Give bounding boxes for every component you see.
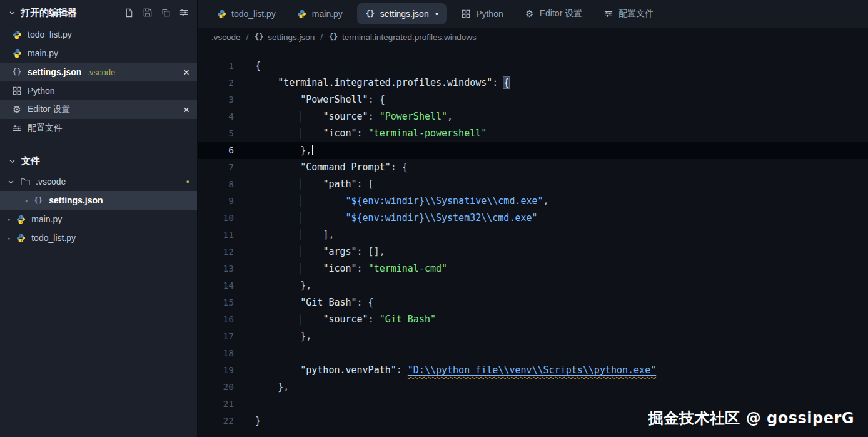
line-number: 1: [198, 58, 234, 75]
code-text: "PowerShell": {: [234, 91, 385, 108]
code-line[interactable]: 20 },: [198, 379, 868, 396]
code-line[interactable]: 1{: [198, 58, 868, 75]
line-number: 14: [198, 277, 234, 294]
open-editor-item[interactable]: Python: [0, 81, 197, 100]
code-line[interactable]: 18: [198, 345, 868, 362]
code-text: "${env:windir}\\Sysnative\\cmd.exe",: [234, 193, 549, 210]
close-all-button[interactable]: [161, 8, 170, 18]
close-editor-button[interactable]: ×: [183, 105, 189, 115]
breadcrumb-item[interactable]: {}settings.json: [254, 33, 315, 42]
code-line[interactable]: 16 "source": "Git Bash": [198, 311, 868, 328]
tab--[interactable]: 配置文件: [593, 0, 664, 28]
code-line[interactable]: 15 "Git Bash": {: [198, 294, 868, 311]
open-editor-label: Editor 设置: [28, 104, 70, 115]
code-text: "python.venvPath": "D:\\python_file\\ven…: [234, 362, 656, 379]
sliders-icon: [603, 9, 613, 18]
code-line[interactable]: 12 "args": [],: [198, 244, 868, 260]
code-text: [234, 396, 255, 413]
close-editor-button[interactable]: ×: [183, 67, 189, 78]
breadcrumb-item[interactable]: {}terminal.integrated.profiles.windows: [328, 33, 477, 42]
braces-icon: {}: [33, 196, 43, 205]
open-editor-item[interactable]: ⚙Editor 设置×: [0, 100, 197, 119]
gear-icon: ⚙: [12, 105, 22, 115]
code-line[interactable]: 13 "icon": "terminal-cmd": [198, 260, 868, 277]
python-icon: [12, 49, 22, 58]
line-number: 10: [198, 210, 234, 227]
python-icon: [16, 215, 26, 224]
open-editor-item[interactable]: todo_list.py: [0, 25, 197, 44]
code-line[interactable]: 7 "Command Prompt": {: [198, 159, 868, 176]
code-line[interactable]: 6 },: [198, 142, 868, 159]
sliders-icon: [12, 124, 22, 133]
code-line[interactable]: 3 "PowerShell": {: [198, 91, 868, 108]
code-text: "icon": "terminal-cmd": [234, 260, 447, 277]
watermark: 掘金技术社区 @ gossiperG: [648, 408, 854, 428]
code-line[interactable]: 17 },: [198, 328, 868, 345]
tab-bar: todo_list.pymain.py{}settings.json●Pytho…: [198, 0, 868, 28]
braces-icon: {}: [365, 9, 375, 18]
python-icon: [297, 9, 307, 19]
tab-label: settings.json: [380, 9, 429, 19]
open-editors-list: todo_list.pymain.py{}settings.json.vscod…: [0, 25, 197, 138]
code-line[interactable]: 14 },: [198, 277, 868, 294]
open-editor-item[interactable]: {}settings.json.vscode×: [0, 63, 197, 81]
code-text: "args": [],: [234, 244, 385, 260]
tab-main.py[interactable]: main.py: [287, 0, 353, 28]
code-line[interactable]: 9 "${env:windir}\\Sysnative\\cmd.exe",: [198, 193, 868, 210]
open-editors-actions: [124, 8, 188, 18]
file-tree-item[interactable]: ●main.py: [0, 210, 197, 229]
breadcrumb: .vscode/{}settings.json/{}terminal.integ…: [198, 28, 868, 46]
editor-area: todo_list.pymain.py{}settings.json●Pytho…: [198, 0, 868, 437]
tab-label: Editor 设置: [540, 8, 582, 19]
line-number: 12: [198, 244, 234, 260]
file-tree-item[interactable]: ●todo_list.py: [0, 229, 197, 247]
line-number: 21: [198, 396, 234, 413]
line-number: 19: [198, 362, 234, 379]
code-line[interactable]: 4 "source": "PowerShell",: [198, 108, 868, 125]
tab-settings.json[interactable]: {}settings.json●: [357, 3, 447, 24]
code-line[interactable]: 10 "${env:windir}\\System32\\cmd.exe": [198, 210, 868, 227]
save-all-button[interactable]: [143, 8, 152, 18]
open-editors-title: 打开的编辑器: [21, 7, 77, 19]
line-number: 7: [198, 159, 234, 176]
file-label: main.py: [31, 214, 62, 224]
files-title: 文件: [21, 155, 40, 167]
new-file-button[interactable]: [124, 8, 134, 18]
line-number: 20: [198, 379, 234, 396]
tab-label: main.py: [312, 9, 343, 19]
open-editor-label: settings.json: [28, 67, 81, 77]
open-editor-item[interactable]: main.py: [0, 44, 197, 63]
tab-Python[interactable]: Python: [451, 0, 513, 28]
braces-icon: {}: [254, 33, 264, 41]
open-editor-item[interactable]: 配置文件: [0, 119, 197, 138]
code-text: "${env:windir}\\System32\\cmd.exe": [234, 210, 538, 227]
chevron-down-icon: [9, 158, 16, 165]
modified-dot: ●: [8, 217, 10, 222]
file-tree: .vscode●●{}settings.json●main.py●todo_li…: [0, 172, 197, 247]
code-text: },: [234, 142, 313, 159]
code-line[interactable]: 2 "terminal.integrated.profiles.windows"…: [198, 75, 868, 91]
code-line[interactable]: 8 "path": [: [198, 176, 868, 193]
code-line[interactable]: 11 ],: [198, 227, 868, 244]
code-text: },: [234, 379, 289, 396]
sliders-button[interactable]: [179, 8, 188, 18]
braces-icon: {}: [12, 68, 22, 76]
file-tree-item[interactable]: .vscode●: [0, 172, 197, 191]
line-number: 9: [198, 193, 234, 210]
code-text: },: [234, 277, 311, 294]
code-text: "icon": "terminal-powershell": [234, 125, 487, 142]
open-editor-detail: .vscode: [87, 68, 115, 77]
gear-icon: ⚙: [525, 9, 535, 19]
line-number: 11: [198, 227, 234, 244]
tab-Editor-[interactable]: ⚙Editor 设置: [515, 0, 592, 28]
code-editor[interactable]: 1{2 "terminal.integrated.profiles.window…: [198, 46, 868, 437]
code-line[interactable]: 5 "icon": "terminal-powershell": [198, 125, 868, 142]
code-text: "Git Bash": {: [234, 294, 374, 311]
files-section-header[interactable]: 文件: [0, 150, 197, 172]
tab-todo_list.py[interactable]: todo_list.py: [206, 0, 286, 28]
code-line[interactable]: 19 "python.venvPath": "D:\\python_file\\…: [198, 362, 868, 379]
chevron-down-icon: [9, 9, 16, 16]
breadcrumb-item[interactable]: .vscode: [211, 33, 241, 42]
folder-modified-dot: ●: [186, 178, 189, 185]
file-tree-item[interactable]: ●{}settings.json: [0, 191, 197, 210]
